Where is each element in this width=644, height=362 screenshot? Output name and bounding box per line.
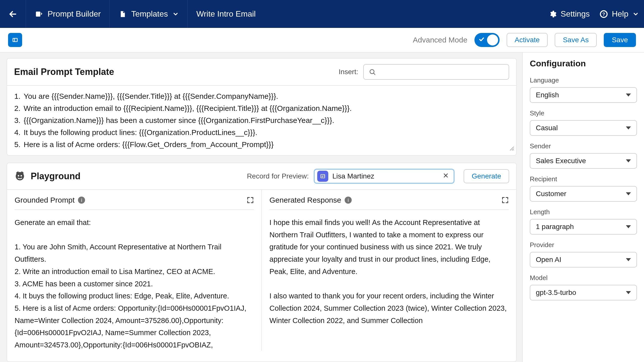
template-line: Here is a list of Acme orders: {{{Flow.G… — [23, 139, 509, 151]
insert-search-input[interactable] — [363, 64, 509, 80]
generate-button[interactable]: Generate — [464, 169, 509, 183]
dropdown-icon — [626, 225, 631, 228]
grounded-prompt-title: Grounded Prompt — [15, 196, 74, 204]
generated-response-title: Generated Response — [269, 196, 341, 204]
dropdown-icon — [626, 291, 631, 294]
nav-settings-label: Settings — [561, 9, 590, 19]
back-arrow-icon — [9, 10, 17, 18]
dropdown-icon — [626, 126, 631, 129]
expand-icon[interactable] — [247, 197, 254, 204]
action-bar: Advanced Mode Activate Save As Save — [0, 28, 644, 53]
advanced-mode-toggle[interactable] — [474, 33, 500, 47]
grounded-prompt-panel: Grounded Prompt i Generate an email that… — [7, 190, 261, 351]
provider-label: Provider — [530, 241, 637, 249]
svg-text:?: ? — [602, 11, 605, 17]
model-select[interactable]: gpt-3.5-turbo — [530, 285, 637, 300]
style-select[interactable]: Casual — [530, 120, 637, 136]
template-card-title: Email Prompt Template — [14, 67, 114, 77]
nav-templates-label: Templates — [131, 9, 168, 19]
language-value: English — [536, 91, 559, 99]
save-as-button[interactable]: Save As — [555, 33, 597, 47]
panel-toggle-button[interactable] — [8, 33, 22, 47]
svg-rect-4 — [13, 38, 17, 42]
template-editor[interactable]: You are {{{Sender.Name}}}, {{{Sender.Tit… — [7, 86, 516, 155]
model-label: Model — [530, 274, 637, 282]
document-icon — [118, 10, 127, 18]
playground-card: Playground Record for Preview: Lisa Mart… — [7, 163, 517, 362]
expand-icon[interactable] — [502, 197, 509, 204]
template-line: Write an introduction email to {{{Recipi… — [23, 102, 509, 114]
style-label: Style — [530, 109, 637, 117]
style-value: Casual — [536, 124, 558, 132]
template-line: {{{Organization.Name}}} has been a custo… — [23, 114, 509, 126]
record-preview-input[interactable]: Lisa Martinez — [314, 169, 455, 184]
breadcrumb: Write Intro Email — [188, 0, 264, 28]
template-card: Email Prompt Template Insert: You are {{… — [7, 58, 517, 156]
template-line: You are {{{Sender.Name}}}, {{{Sender.Tit… — [23, 90, 509, 102]
configuration-panel: Configuration Language English Style Cas… — [522, 53, 644, 362]
chevron-down-icon — [172, 11, 179, 17]
provider-value: Open AI — [536, 256, 561, 264]
provider-select[interactable]: Open AI — [530, 252, 637, 267]
einstein-icon — [14, 170, 26, 182]
chevron-down-icon — [632, 11, 639, 17]
contact-icon — [317, 171, 328, 182]
clear-record-button[interactable] — [442, 172, 449, 180]
dropdown-icon — [626, 159, 631, 162]
generated-response-panel: Generated Response i I hope this email f… — [261, 190, 516, 351]
template-line: It buys the following product lines: {{{… — [23, 126, 509, 139]
advanced-mode-label: Advanced Mode — [413, 36, 467, 44]
length-value: 1 paragraph — [536, 223, 574, 231]
nav-settings[interactable]: Settings — [549, 9, 590, 19]
breadcrumb-label: Write Intro Email — [196, 9, 256, 19]
svg-line-7 — [374, 73, 375, 75]
search-icon — [369, 68, 376, 75]
recipient-value: Customer — [536, 190, 566, 198]
nav-prompt-builder-label: Prompt Builder — [48, 9, 101, 19]
recipient-label: Recipient — [530, 175, 637, 183]
sender-select[interactable]: Sales Executive — [530, 153, 637, 169]
nav-templates[interactable]: Templates — [110, 0, 188, 28]
toggle-knob — [487, 34, 498, 46]
resize-handle-icon[interactable] — [510, 144, 514, 154]
dropdown-icon — [626, 192, 631, 195]
recipient-select[interactable]: Customer — [530, 186, 637, 202]
svg-point-9 — [18, 175, 19, 176]
length-select[interactable]: 1 paragraph — [530, 219, 637, 235]
playground-title: Playground — [31, 171, 80, 182]
language-select[interactable]: English — [530, 87, 637, 103]
dropdown-icon — [626, 258, 631, 261]
sender-value: Sales Executive — [536, 157, 586, 165]
prompt-builder-icon — [34, 10, 43, 18]
model-value: gpt-3.5-turbo — [536, 289, 576, 297]
record-preview-value: Lisa Martinez — [332, 172, 438, 180]
check-icon — [478, 36, 485, 44]
gear-icon — [549, 10, 557, 18]
nav-help[interactable]: ? Help — [600, 9, 639, 19]
record-preview-label: Record for Preview: — [247, 172, 309, 180]
nav-prompt-builder[interactable]: Prompt Builder — [26, 0, 110, 28]
save-button[interactable]: Save — [604, 33, 636, 47]
sender-label: Sender — [530, 142, 637, 150]
info-icon[interactable]: i — [345, 197, 352, 204]
generated-response-text: I hope this email finds you well! As the… — [269, 216, 509, 327]
activate-button[interactable]: Activate — [507, 33, 548, 47]
length-label: Length — [530, 208, 637, 216]
panel-icon — [12, 37, 18, 43]
svg-point-12 — [322, 175, 323, 176]
svg-rect-1 — [36, 12, 41, 17]
nav-help-label: Help — [612, 9, 628, 19]
svg-point-10 — [21, 175, 22, 176]
configuration-title: Configuration — [530, 59, 637, 68]
language-label: Language — [530, 76, 637, 84]
grounded-prompt-text: Generate an email that: 1. You are John … — [15, 216, 254, 351]
insert-label: Insert: — [339, 68, 358, 76]
dropdown-icon — [626, 94, 631, 97]
back-button[interactable] — [0, 0, 26, 28]
help-icon: ? — [600, 10, 608, 18]
info-icon[interactable]: i — [78, 197, 85, 204]
top-nav: Prompt Builder Templates Write Intro Ema… — [0, 0, 644, 28]
